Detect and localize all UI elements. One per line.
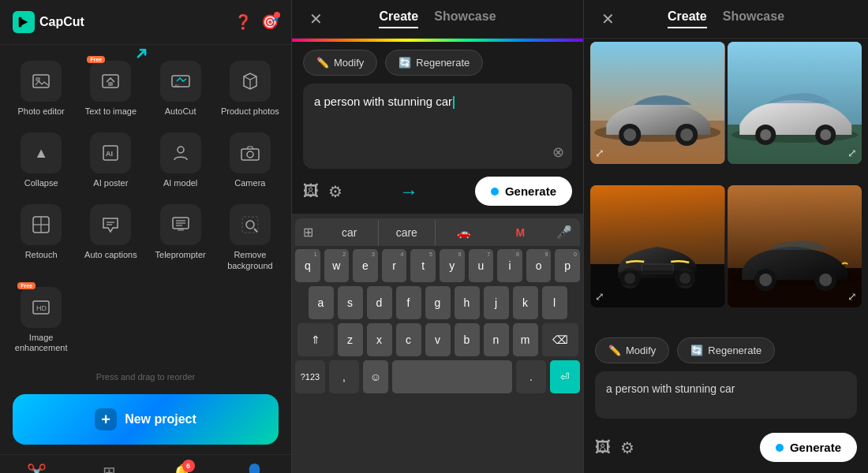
key-r[interactable]: r4 [382,249,407,282]
tool-collapse[interactable]: ▲ Collapse [8,126,74,195]
key-v[interactable]: v [425,323,451,356]
expand-icon-4[interactable]: ⤢ [847,290,857,303]
generate-dot [491,188,499,196]
tool-retouch[interactable]: Retouch [8,198,74,277]
tool-photo-editor[interactable]: Photo editor [8,54,74,123]
nav-templates[interactable]: ⊞ Templates [73,455,145,473]
middle-close-button[interactable]: ✕ [305,9,327,28]
tool-product-photos[interactable]: Product photos [217,54,283,123]
tool-autocut[interactable]: AI AutoCut [148,54,214,123]
right-tab-showcase[interactable]: Showcase [723,9,784,28]
key-emoji[interactable]: ☺ [363,360,388,393]
tool-ai-poster[interactable]: AI AI poster [77,126,144,195]
right-tab-create[interactable]: Create [668,9,707,28]
nav-edit[interactable]: ✂️ Edit [0,455,73,473]
key-n[interactable]: n [484,323,509,356]
text-to-image-label: Text to image [85,106,137,117]
suggestion-m-icon[interactable]: M [492,220,549,245]
key-p[interactable]: p0 [555,249,580,282]
key-z[interactable]: z [338,323,363,356]
middle-tab-create[interactable]: Create [379,9,418,28]
mic-icon[interactable]: 🎤 [548,218,580,246]
logo: CapCut [13,11,84,33]
right-close-button[interactable]: ✕ [597,9,619,28]
car-image-2[interactable]: ⤢ [728,42,862,164]
key-backspace[interactable]: ⌫ [542,323,578,356]
key-h[interactable]: h [455,286,480,319]
tool-ai-model[interactable]: AI model [148,126,214,195]
key-e[interactable]: e3 [353,249,378,282]
settings-icon[interactable]: 🎯 [261,13,279,31]
right-modify-label: Modify [626,345,656,356]
car-image-3[interactable]: ⤢ [590,185,725,307]
key-s[interactable]: s [338,286,363,319]
key-f[interactable]: f [396,286,421,319]
key-q[interactable]: q1 [295,249,320,282]
tool-image-enhancement[interactable]: Free HD Image enhancement [8,281,74,359]
auto-captions-label: Auto captions [84,250,137,260]
regenerate-button[interactable]: 🔄 Regenerate [385,50,483,76]
edit-icon: ✂️ [27,463,47,473]
key-comma[interactable]: , [329,360,359,393]
svg-rect-0 [19,17,22,28]
generate-button[interactable]: Generate [475,177,572,206]
suggestion-car-emoji[interactable]: 🚗 [436,220,492,245]
new-project-button[interactable]: + New project [13,394,279,445]
expand-icon-2[interactable]: ⤢ [847,147,857,159]
key-shift[interactable]: ⇑ [297,323,334,356]
right-modify-button[interactable]: ✏️ Modify [595,337,669,363]
middle-tab-showcase[interactable]: Showcase [434,9,496,28]
key-k[interactable]: k [513,286,538,319]
text-input-field[interactable]: a person with stunning car [314,95,561,158]
settings-toolbar-icon[interactable]: ⚙ [328,182,342,201]
key-enter[interactable]: ⏎ [550,360,580,393]
suggestion-care[interactable]: care [378,220,436,245]
key-b[interactable]: b [455,323,480,356]
bottom-nav: ✂️ Edit ⊞ Templates 6 🔔 Inbox 👤 Me [0,454,291,473]
key-w[interactable]: w2 [324,249,350,282]
key-a[interactable]: a [309,286,334,319]
right-regenerate-button[interactable]: 🔄 Regenerate [677,337,775,363]
car-image-1[interactable]: ⤢ [590,42,725,164]
help-icon[interactable]: ❓ [234,13,252,31]
modify-button[interactable]: ✏️ Modify [303,50,377,76]
new-project-plus-icon: + [95,408,117,430]
svg-rect-18 [178,229,184,231]
key-l[interactable]: l [542,286,567,319]
image-toolbar-icon[interactable]: 🖼 [303,182,319,201]
key-period[interactable]: . [516,360,546,393]
key-i[interactable]: i8 [497,249,522,282]
car-image-4[interactable]: ⤢ [728,185,862,307]
key-t[interactable]: t5 [410,249,436,282]
suggestion-car[interactable]: car [321,220,378,245]
tool-auto-captions[interactable]: Auto captions [77,198,144,277]
right-image-icon[interactable]: 🖼 [595,438,611,457]
tool-text-to-image[interactable]: Free ➜ Text to image [77,54,144,123]
svg-text:HD: HD [36,304,47,312]
nav-me[interactable]: 👤 Me [219,455,291,473]
key-space[interactable] [392,360,512,393]
key-g[interactable]: g [425,286,451,319]
tool-teleprompter[interactable]: Teleprompter [148,198,214,277]
right-generate-button[interactable]: Generate [760,433,857,462]
expand-icon-3[interactable]: ⤢ [595,290,604,303]
nav-inbox[interactable]: 6 🔔 Inbox [146,455,219,473]
key-y[interactable]: y6 [440,249,465,282]
right-settings-icon[interactable]: ⚙ [620,438,634,457]
svg-point-11 [247,151,253,158]
key-x[interactable]: x [367,323,392,356]
key-num[interactable]: ?123 [295,360,325,393]
tool-remove-bg[interactable]: Remove background [217,198,283,277]
tool-camera[interactable]: Camera [217,126,283,195]
expand-icon-1[interactable]: ⤢ [595,147,604,159]
key-c[interactable]: c [396,323,421,356]
keyboard-grid-icon[interactable]: ⊞ [295,218,321,246]
key-u[interactable]: u7 [469,249,494,282]
key-m[interactable]: m [513,323,538,356]
key-o[interactable]: o9 [526,249,552,282]
regenerate-label: Regenerate [416,57,470,69]
key-j[interactable]: j [484,286,509,319]
clear-button[interactable]: ⊗ [552,143,564,161]
key-d[interactable]: d [367,286,392,319]
middle-action-buttons: ✏️ Modify 🔄 Regenerate [292,42,583,84]
